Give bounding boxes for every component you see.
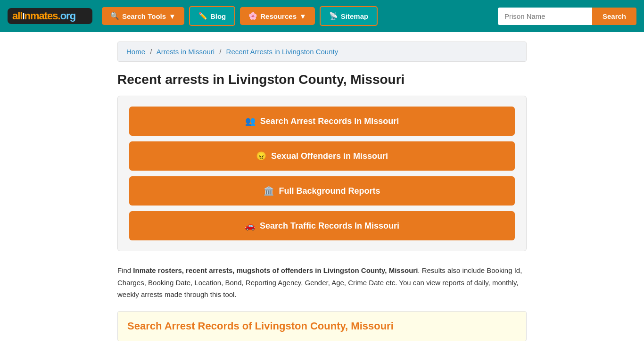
breadcrumb-sep-2: / (219, 48, 221, 56)
site-logo[interactable]: allInmates.org (8, 8, 92, 24)
background-reports-icon: 🏛️ (264, 186, 274, 196)
breadcrumb-current: Recent Arrests in Livingston County (226, 48, 339, 56)
search-tools-label: Search Tools (122, 12, 166, 20)
arrest-records-icon: 👥 (245, 116, 256, 126)
description-prefix: Find (117, 266, 133, 274)
resources-icon: 🌸 (248, 12, 257, 20)
sitemap-icon: 📡 (329, 12, 338, 20)
main-content: Home / Arrests in Missouri / Recent Arre… (110, 32, 534, 351)
prison-search-input[interactable] (498, 8, 592, 25)
resources-button[interactable]: 🌸 Resources ▼ (240, 7, 315, 25)
navbar: allInmates.org 🔍 Search Tools ▼ ✏️ Blog … (0, 0, 644, 32)
page-title: Recent arrests in Livingston County, Mis… (117, 72, 527, 87)
prison-search-box: Search (498, 8, 636, 25)
sitemap-button[interactable]: 📡 Sitemap (320, 6, 378, 26)
breadcrumb-arrests-missouri[interactable]: Arrests in Missouri (157, 48, 215, 56)
sexual-offenders-label: Sexual Offenders in Missouri (271, 151, 388, 161)
background-reports-label: Full Background Reports (279, 186, 380, 196)
traffic-records-icon: 🚗 (245, 221, 255, 231)
search-tools-icon: 🔍 (110, 12, 119, 20)
blog-button[interactable]: ✏️ Blog (189, 6, 235, 26)
description-paragraph: Find Inmate rosters, recent arrests, mug… (117, 264, 527, 301)
traffic-records-label: Search Traffic Records In Missouri (260, 221, 399, 231)
chevron-down-icon-resources: ▼ (299, 12, 306, 20)
description-bold: Inmate rosters, recent arrests, mugshots… (133, 266, 418, 274)
section-heading-box: Search Arrest Records of Livingston Coun… (117, 311, 527, 341)
prison-search-button[interactable]: Search (592, 8, 636, 25)
breadcrumb-home[interactable]: Home (126, 48, 145, 56)
background-reports-button[interactable]: 🏛️ Full Background Reports (129, 176, 515, 206)
section-heading-title: Search Arrest Records of Livingston Coun… (127, 320, 517, 332)
search-arrest-records-button[interactable]: 👥 Search Arrest Records in Missouri (129, 107, 515, 136)
logo-text: allInmates.org (12, 10, 75, 22)
search-arrest-records-label: Search Arrest Records in Missouri (260, 116, 399, 126)
sexual-offenders-icon: 😠 (256, 151, 266, 161)
search-button-label: Search (603, 12, 626, 20)
sitemap-label: Sitemap (341, 12, 368, 20)
traffic-records-button[interactable]: 🚗 Search Traffic Records In Missouri (129, 211, 515, 240)
blog-icon: ✏️ (198, 12, 207, 20)
chevron-down-icon: ▼ (169, 12, 176, 20)
breadcrumb-sep-1: / (150, 48, 152, 56)
breadcrumb: Home / Arrests in Missouri / Recent Arre… (117, 41, 527, 62)
action-button-panel: 👥 Search Arrest Records in Missouri 😠 Se… (117, 96, 527, 251)
blog-label: Blog (210, 12, 226, 20)
search-tools-button[interactable]: 🔍 Search Tools ▼ (102, 7, 184, 25)
sexual-offenders-button[interactable]: 😠 Sexual Offenders in Missouri (129, 141, 515, 171)
resources-label: Resources (260, 12, 297, 20)
